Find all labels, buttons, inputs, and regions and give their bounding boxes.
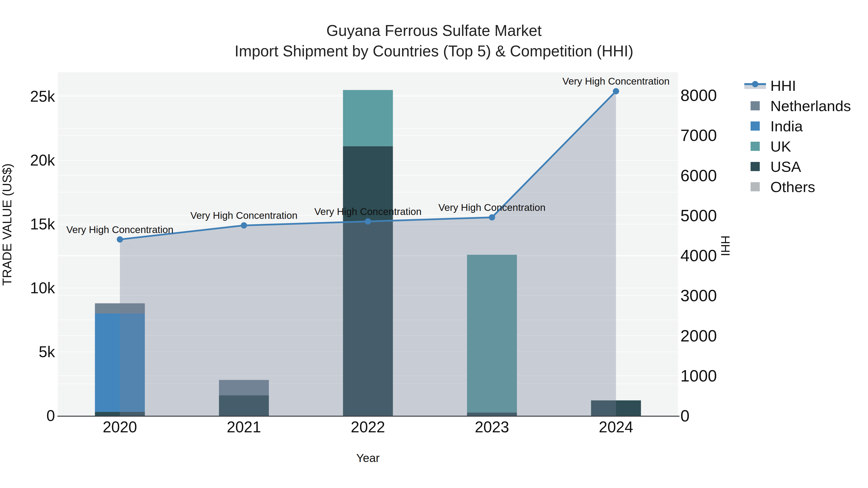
left-tick-25k: 25k [2, 88, 55, 105]
hhi-marker-2021 [241, 222, 247, 228]
usa-swatch-icon [751, 162, 760, 171]
x-axis-title: Year [356, 451, 380, 465]
hhi-marker-2024 [613, 88, 619, 94]
netherlands-swatch-icon [751, 101, 760, 110]
legend-label-india: India [770, 118, 803, 135]
right-tick-1000: 1000 [680, 366, 777, 385]
right-tick-0: 0 [680, 406, 777, 425]
legend-item-uk[interactable]: UK [744, 136, 851, 156]
legend-label-hhi: HHI [770, 77, 796, 94]
legend-label-uk: UK [770, 138, 791, 155]
hhi-marker-2022 [365, 218, 371, 225]
left-axis-title: TRADE VALUE (US$) [0, 163, 14, 286]
annotation-2024: Very High Concentration [562, 76, 670, 87]
legend-item-hhi[interactable]: HHI [744, 75, 851, 96]
hhi-marker-2020 [117, 236, 123, 243]
right-tick-2000: 2000 [680, 327, 777, 345]
chart-figure: Guyana Ferrous Sulfate Market Import Shi… [0, 0, 868, 488]
left-tick-0: 0 [2, 407, 55, 424]
uk-swatch-icon [751, 142, 760, 151]
x-tick-2023: 2023 [453, 419, 530, 435]
legend-item-netherlands[interactable]: Netherlands [744, 96, 851, 116]
hhi-marker-2023 [489, 214, 495, 221]
right-tick-5000: 5000 [680, 206, 777, 225]
x-tick-2021: 2021 [206, 419, 283, 435]
others-swatch-icon [751, 182, 760, 191]
legend-label-usa: USA [770, 158, 801, 175]
x-tick-2024: 2024 [578, 419, 655, 435]
x-tick-2020: 2020 [81, 419, 158, 435]
bar-uk-2022 [343, 90, 393, 146]
right-tick-3000: 3000 [680, 286, 777, 304]
hhi-line-symbol [744, 81, 766, 90]
india-swatch-icon [751, 122, 760, 131]
annotation-2020: Very High Concentration [66, 224, 173, 235]
legend: HHINetherlandsIndiaUKUSAOthers [744, 75, 851, 197]
legend-label-others: Others [770, 178, 815, 195]
annotation-2021: Very High Concentration [190, 210, 297, 221]
right-axis-title: HHI [718, 235, 732, 256]
left-tick-5k: 5k [2, 343, 55, 360]
annotation-2023: Very High Concentration [438, 202, 546, 213]
legend-item-india[interactable]: India [744, 116, 851, 136]
legend-item-others[interactable]: Others [744, 177, 851, 197]
legend-label-netherlands: Netherlands [770, 97, 851, 115]
legend-item-usa[interactable]: USA [744, 156, 851, 177]
annotation-2022: Very High Concentration [314, 206, 422, 217]
x-tick-2022: 2022 [329, 419, 406, 435]
